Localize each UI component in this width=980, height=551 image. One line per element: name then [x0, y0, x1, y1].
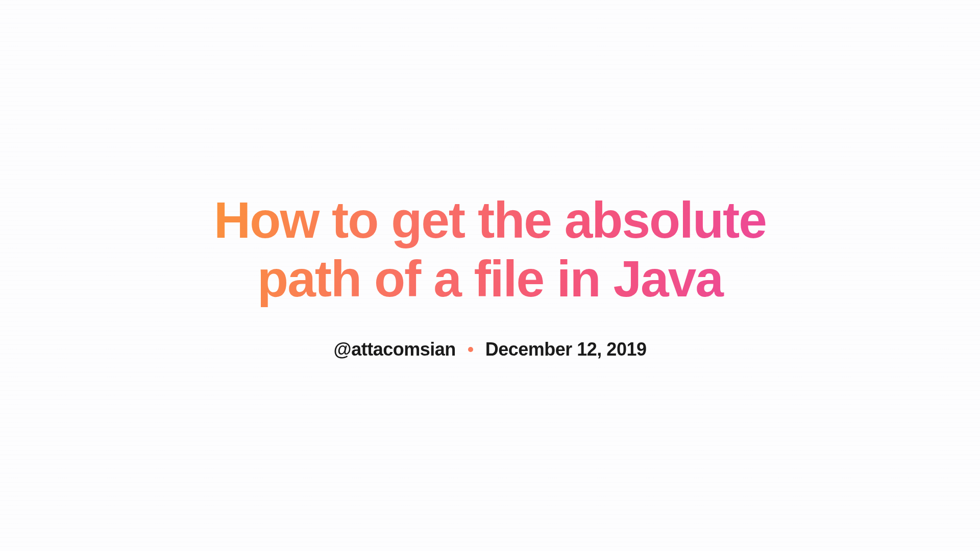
article-title: How to get the absolute path of a file i…: [209, 191, 771, 308]
author-handle: @attacomsian: [334, 339, 456, 360]
article-card: How to get the absolute path of a file i…: [209, 191, 771, 360]
article-date: December 12, 2019: [485, 339, 647, 360]
article-meta: @attacomsian December 12, 2019: [334, 339, 647, 360]
separator-dot-icon: [468, 347, 473, 352]
